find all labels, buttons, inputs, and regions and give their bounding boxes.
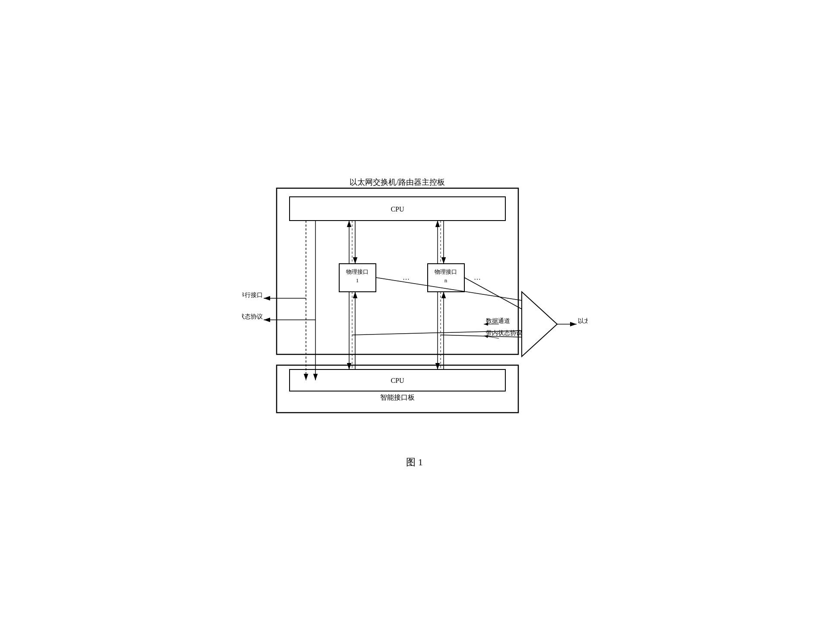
svg-text:以太网接口: 以太网接口 [578,318,587,324]
svg-text:物理接口: 物理接口 [346,268,369,275]
svg-line-28 [464,278,522,309]
svg-text:1: 1 [356,277,359,284]
outer-board-rect [277,188,518,354]
svg-text:带外状态协议: 带外状态协议 [242,313,263,320]
figure-caption: 图 1 [406,456,423,469]
svg-text:串行接口: 串行接口 [242,292,263,298]
cpu-top-text: CPU [391,205,404,213]
svg-text:数据通道: 数据通道 [486,318,510,324]
svg-text:CPU: CPU [391,377,404,384]
svg-text:…: … [403,274,410,281]
inner-board-rect [277,365,518,413]
svg-text:带内状态协议: 带内状态协议 [486,330,522,336]
main-diagram-svg: 以太网交换机/路由器主控板 CPU 物理接口 1 物理接口 n … … CPU … [242,175,587,451]
svg-text:n: n [444,277,447,284]
ethernet-triangle [522,292,557,357]
svg-text:…: … [474,274,481,281]
svg-text:智能接口板: 智能接口板 [380,394,415,401]
svg-text:物理接口: 物理接口 [435,268,457,275]
outer-board-title: 以太网交换机/路由器主控板 [350,178,445,186]
